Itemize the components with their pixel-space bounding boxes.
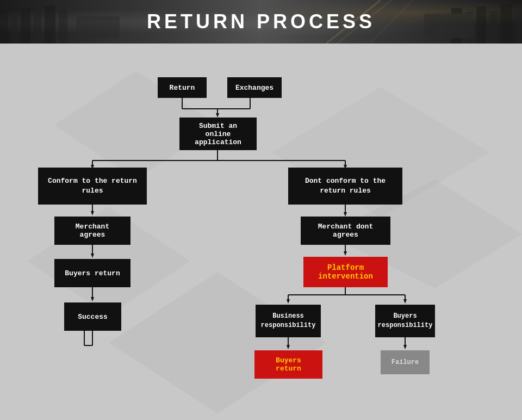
svg-marker-57 [287,345,290,349]
main-content: Return Exchanges Submit an online applic… [0,44,522,420]
exchanges-node: Exchanges [227,77,282,98]
svg-line-16 [370,0,413,44]
svg-marker-40 [91,297,94,301]
svg-rect-9 [489,11,498,44]
svg-marker-21 [109,272,326,413]
svg-marker-36 [91,211,94,215]
svg-marker-27 [216,113,219,118]
buyers-return-left-node: Buyers return [54,259,130,287]
svg-rect-4 [45,5,55,44]
svg-rect-3 [34,11,41,44]
merchant-dont-node: Merchant dont agrees [301,217,390,245]
buyers-resp-node: Buyers responsibility [375,305,435,337]
svg-marker-52 [287,299,290,304]
svg-rect-0 [0,11,8,44]
svg-marker-48 [344,251,347,256]
svg-rect-12 [76,16,120,38]
business-resp-node: Business responsibility [256,305,321,337]
platform-intervention-node: Platform intervention [303,257,388,287]
header: RETURN PROCESS [0,0,522,44]
svg-rect-10 [500,4,512,44]
svg-marker-59 [403,345,407,349]
svg-rect-11 [515,10,522,44]
buyers-return-right-node: Buyers return [254,350,322,379]
svg-marker-55 [403,299,407,304]
svg-marker-46 [344,212,347,217]
svg-rect-13 [424,14,473,38]
svg-rect-1 [11,14,17,44]
conform-node: Conform to the return rules [38,168,147,205]
submit-node: Submit an online application [179,118,257,150]
svg-marker-38 [91,254,94,258]
success-node: Success [64,302,121,331]
svg-rect-2 [21,8,30,44]
svg-rect-5 [59,10,67,44]
return-node: Return [158,77,207,98]
page-title: RETURN PROCESS [147,10,375,33]
failure-node: Failure [381,350,430,374]
svg-rect-8 [476,7,486,44]
dont-conform-node: Dont conform to the return rules [288,168,402,205]
merchant-agrees-node: Merchant agrees [54,217,130,245]
